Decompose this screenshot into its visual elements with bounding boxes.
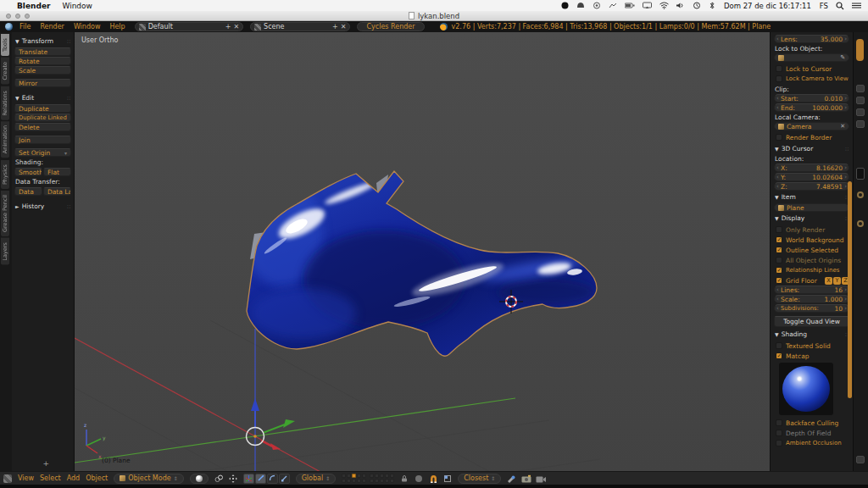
minimize-window-button[interactable] (15, 14, 20, 19)
tab-grease-pencil[interactable]: Grease Pencil (1, 191, 9, 236)
textured-solid-checkbox[interactable] (776, 342, 782, 349)
matcap-checkbox[interactable] (776, 352, 782, 359)
hood-model[interactable] (242, 171, 597, 356)
bluetooth-icon[interactable] (709, 2, 715, 9)
tab-layers[interactable]: Layers (1, 238, 9, 265)
join-button[interactable]: Join (14, 136, 71, 144)
axis-x-toggle[interactable]: X (825, 277, 832, 285)
app-menu[interactable]: Blender (17, 2, 50, 10)
shading-panel-header[interactable]: ▼ Shading ∷ (775, 330, 849, 338)
close-layout-button[interactable]: ✕ (233, 23, 239, 30)
scene-selector[interactable]: Scene + ✕ (250, 22, 350, 31)
lens-slider[interactable]: Lens: 35.000 (774, 35, 849, 43)
scene-browse-icon[interactable] (254, 24, 261, 30)
item-panel-header[interactable]: ▼ Item ∷ (775, 193, 849, 201)
cursor-y-slider[interactable]: Y: 10.02604 (774, 173, 849, 181)
axis-gizmo-toggle[interactable] (243, 474, 254, 484)
render-border-row[interactable]: Render Border (774, 132, 849, 142)
volume-icon[interactable] (676, 2, 685, 9)
eye-icon[interactable] (593, 2, 601, 9)
render-border-checkbox[interactable] (776, 134, 782, 141)
help-menu[interactable]: Help (109, 23, 125, 30)
world-background-checkbox[interactable] (776, 236, 782, 243)
ambient-occlusion-row[interactable]: Ambient Occlusion (774, 438, 849, 448)
smooth-button[interactable]: Smooth (14, 168, 42, 176)
proportional-edit-toggle[interactable] (415, 474, 423, 483)
only-render-row[interactable]: Only Render (774, 225, 849, 235)
flat-button[interactable]: Flat (43, 168, 71, 176)
status-dot-icon[interactable] (561, 2, 569, 9)
outline-selected-row[interactable]: Outline Selected (774, 245, 849, 255)
input-source[interactable]: FS (820, 2, 828, 10)
blender-window-menu[interactable]: Window (74, 23, 101, 30)
relationship-lines-row[interactable]: Relationship Lines (774, 265, 849, 275)
backface-culling-row[interactable]: Backface Culling (774, 418, 849, 428)
mirror-button[interactable]: Mirror (14, 79, 71, 87)
gear-icon[interactable] (857, 220, 864, 227)
relationship-lines-checkbox[interactable] (776, 267, 782, 274)
lock-to-cursor-checkbox[interactable] (776, 65, 782, 72)
cursor-x-slider[interactable]: X: 8.16620 (774, 164, 849, 172)
translate-button[interactable]: Translate (14, 47, 71, 56)
textured-solid-row[interactable]: Textured Solid (774, 341, 849, 351)
npanel-scrollbar[interactable] (848, 181, 852, 398)
scale-button[interactable]: Scale (14, 66, 71, 75)
close-scene-button[interactable]: ✕ (341, 23, 347, 30)
properties-tab-layers-icon[interactable] (856, 97, 865, 104)
properties-tab-scene-icon[interactable] (856, 108, 865, 116)
grid-lines-slider[interactable]: Lines: 16 (774, 286, 849, 294)
add-layout-button[interactable]: + (225, 23, 231, 30)
manipulator-toggle[interactable] (229, 474, 237, 483)
edit-icon[interactable] (856, 456, 865, 463)
lock-to-scene-icon[interactable] (400, 474, 409, 483)
add-tab-button[interactable]: + (43, 459, 50, 468)
scene-name[interactable]: Scene (264, 23, 330, 30)
menubar-clock[interactable]: Dom 27 de dic 16:17:11 (724, 2, 811, 10)
wifi-icon[interactable] (659, 2, 669, 9)
lock-to-cursor-row[interactable]: Lock to Cursor (774, 64, 849, 74)
world-background-row[interactable]: World Background (774, 235, 849, 245)
snap-element-icon[interactable] (443, 474, 452, 483)
accessibility-icon[interactable] (609, 2, 617, 9)
window-titlebar[interactable]: lykan.blend (0, 11, 868, 21)
outline-selected-checkbox[interactable] (776, 247, 782, 253)
snap-mode-selector[interactable]: Closest ⇕ (458, 474, 501, 484)
time-machine-icon[interactable] (693, 2, 701, 9)
zoom-window-button[interactable] (25, 14, 30, 19)
window-menu[interactable]: Window (62, 2, 92, 10)
cursor-z-slider[interactable]: Z: 7.48591 (774, 182, 849, 191)
select-menu[interactable]: Select (40, 474, 61, 482)
rotate-button[interactable]: Rotate (14, 57, 71, 65)
add-scene-button[interactable]: + (332, 23, 338, 30)
duplicate-button[interactable]: Duplicate (14, 104, 71, 113)
battery-icon[interactable] (625, 2, 635, 9)
active-layer[interactable] (352, 474, 356, 478)
clear-icon[interactable]: ✕ (840, 123, 845, 130)
edit-panel-header[interactable]: ▼ Edit ∷ (15, 94, 71, 102)
translate-manipulator[interactable] (247, 398, 296, 450)
editor-type-icon[interactable] (3, 474, 12, 483)
lock-camera-checkbox[interactable] (776, 75, 782, 82)
tab-tools[interactable]: Tools (1, 34, 9, 56)
data-layout-button[interactable]: Data Layo (43, 187, 71, 196)
snap-peel-icon[interactable] (507, 474, 515, 483)
depth-of-field-checkbox[interactable] (776, 430, 782, 436)
file-menu[interactable]: File (19, 23, 31, 30)
local-camera-field[interactable]: Camera ✕ (774, 122, 849, 130)
opengl-render-still-icon[interactable] (521, 474, 530, 483)
properties-tab-render-icon[interactable] (856, 85, 865, 92)
grid-subdivisions-slider[interactable]: Subdivisions: 10 (774, 304, 849, 313)
tool-icon[interactable] (857, 191, 864, 198)
depth-of-field-row[interactable]: Depth Of Field (774, 428, 849, 438)
grid-floor-checkbox[interactable] (776, 277, 782, 284)
layout-name[interactable]: Default (148, 23, 223, 30)
only-render-checkbox[interactable] (776, 226, 782, 233)
airplay-icon[interactable] (643, 2, 652, 9)
display-panel-header[interactable]: ▼ Display ∷ (775, 214, 849, 222)
transform-panel-header[interactable]: ▼ Transform ∷ (15, 37, 71, 45)
tab-create[interactable]: Create (1, 58, 9, 85)
toggle-quad-view-button[interactable]: Toggle Quad View (774, 316, 849, 327)
add-menu[interactable]: Add (67, 474, 81, 482)
tab-animation[interactable]: Animation (1, 121, 9, 158)
history-panel-header[interactable]: ► History ∷ (15, 202, 71, 210)
